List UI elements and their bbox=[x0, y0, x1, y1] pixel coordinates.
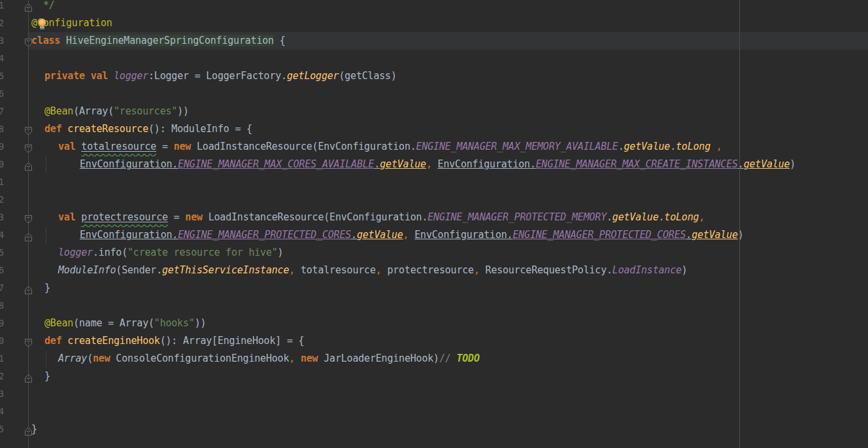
line-number[interactable]: 15 bbox=[0, 244, 4, 262]
code-token: (name = Array( bbox=[73, 317, 154, 329]
code-token: = bbox=[156, 141, 174, 152]
line-number[interactable]: 19 bbox=[0, 315, 4, 332]
code-text: ModuleInfo(Sender.getThisServiceInstance… bbox=[58, 262, 688, 279]
code-token bbox=[710, 141, 716, 152]
code-line[interactable]: 25} bbox=[0, 421, 868, 438]
gutter-separator-line bbox=[28, 0, 29, 448]
code-token: EnvConfiguration bbox=[80, 158, 172, 170]
code-token bbox=[432, 158, 438, 170]
code-token: EnvConfiguration bbox=[414, 229, 507, 241]
code-line[interactable]: 18 bbox=[0, 297, 868, 315]
code-line[interactable]: 17} bbox=[0, 279, 868, 297]
code-token: getThisServiceInstance bbox=[162, 264, 289, 276]
code-token: getValue bbox=[692, 229, 738, 241]
line-number[interactable]: 16 bbox=[0, 262, 4, 279]
line-number[interactable]: 11 bbox=[0, 173, 4, 191]
code-token: .info( bbox=[93, 247, 127, 258]
code-line[interactable]: 11 bbox=[0, 173, 868, 191]
line-number[interactable]: 10 bbox=[0, 156, 4, 173]
line-number[interactable]: 17 bbox=[0, 279, 4, 297]
code-line[interactable]: 13val protectresource = new LoadInstance… bbox=[0, 209, 868, 226]
line-number[interactable]: 25 bbox=[0, 421, 4, 438]
code-token-underlined: protectresource bbox=[81, 211, 167, 223]
code-line[interactable]: 20def createEngineHook(): Array[EngineHo… bbox=[0, 332, 868, 350]
line-number[interactable]: 24 bbox=[0, 403, 4, 421]
code-token: totalresource bbox=[81, 141, 156, 152]
code-token: , bbox=[426, 158, 432, 170]
code-line[interactable]: 16ModuleInfo(Sender.getThisServiceInstan… bbox=[0, 262, 868, 279]
code-line[interactable]: 21Array(new ConsoleConfigurationEngineHo… bbox=[0, 350, 868, 368]
line-number[interactable]: 23 bbox=[0, 385, 4, 403]
code-token: @Bean bbox=[44, 105, 73, 117]
code-token: "create resource for hive" bbox=[127, 247, 278, 258]
line-number[interactable]: 21 bbox=[0, 350, 4, 368]
line-number[interactable]: 3 bbox=[0, 32, 4, 50]
code-line[interactable]: 4 bbox=[0, 50, 868, 67]
code-token: . bbox=[374, 158, 380, 170]
code-line[interactable]: 2@Configuration bbox=[0, 14, 868, 32]
line-number[interactable]: 8 bbox=[0, 120, 4, 138]
code-token: Array bbox=[58, 353, 87, 364]
line-number[interactable]: 1 bbox=[0, 0, 4, 14]
code-token: protectresource bbox=[81, 211, 167, 223]
right-margin-guide bbox=[739, 0, 740, 448]
code-line[interactable]: 9val totalresource = new LoadInstanceRes… bbox=[0, 138, 868, 156]
code-token: createResource bbox=[67, 123, 148, 135]
code-token: , bbox=[376, 264, 382, 276]
code-token: . bbox=[658, 211, 664, 223]
code-token: toLong bbox=[676, 141, 710, 152]
code-line[interactable]: 14EnvConfiguration.ENGINE_MANAGER_PROTEC… bbox=[0, 226, 868, 244]
code-text: def createEngineHook(): Array[EngineHook… bbox=[44, 332, 304, 350]
code-token bbox=[60, 35, 66, 46]
code-line[interactable]: 7@Bean(Array("resources")) bbox=[0, 103, 868, 120]
code-token bbox=[108, 70, 114, 82]
code-line[interactable]: 5private val logger:Logger = LoggerFacto… bbox=[0, 67, 868, 85]
code-token: val bbox=[58, 211, 76, 223]
code-token: "hooks" bbox=[154, 317, 195, 329]
code-token: ) bbox=[682, 264, 688, 276]
code-line[interactable]: 6 bbox=[0, 85, 868, 103]
line-number[interactable]: 9 bbox=[0, 138, 4, 156]
line-number[interactable]: 14 bbox=[0, 226, 4, 244]
code-token bbox=[409, 229, 414, 241]
code-token: . bbox=[351, 229, 357, 241]
code-editor[interactable]: 1*/2@Configuration3class HiveEngineManag… bbox=[0, 0, 868, 448]
line-number[interactable]: 5 bbox=[0, 67, 4, 85]
code-text: */ bbox=[43, 0, 55, 14]
line-number[interactable]: 20 bbox=[0, 332, 4, 350]
code-token: EnvConfiguration bbox=[80, 229, 172, 241]
intention-lightbulb-icon[interactable] bbox=[37, 18, 47, 33]
line-number[interactable]: 6 bbox=[0, 85, 4, 103]
code-token: . bbox=[530, 158, 536, 170]
code-line[interactable]: 15logger.info("create resource for hive"… bbox=[0, 244, 868, 262]
code-line[interactable]: 12 bbox=[0, 191, 868, 209]
code-text: val totalresource = new LoadInstanceReso… bbox=[58, 138, 722, 156]
code-line[interactable]: 3class HiveEngineManagerSpringConfigurat… bbox=[0, 32, 868, 50]
code-text: val protectresource = new LoadInstanceRe… bbox=[58, 209, 705, 226]
line-number[interactable]: 22 bbox=[0, 368, 4, 385]
code-line[interactable]: 10EnvConfiguration.ENGINE_MANAGER_MAX_CO… bbox=[0, 156, 868, 173]
line-number[interactable]: 12 bbox=[0, 191, 4, 209]
line-number[interactable]: 2 bbox=[0, 14, 4, 32]
code-text: EnvConfiguration.ENGINE_MANAGER_MAX_CORE… bbox=[80, 156, 795, 173]
code-line[interactable]: 24 bbox=[0, 403, 868, 421]
code-token: )) bbox=[177, 105, 189, 117]
code-token: totalresource bbox=[295, 264, 376, 276]
line-number[interactable]: 18 bbox=[0, 297, 4, 315]
code-text: @Bean(name = Array("hooks")) bbox=[44, 315, 206, 332]
code-line[interactable]: 19@Bean(name = Array("hooks")) bbox=[0, 315, 868, 332]
line-number[interactable]: 13 bbox=[0, 209, 4, 226]
line-number[interactable]: 4 bbox=[0, 50, 4, 67]
code-line[interactable]: 8def createResource(): ModuleInfo = { bbox=[0, 120, 868, 138]
code-line[interactable]: 1*/ bbox=[0, 0, 868, 14]
line-number[interactable]: 7 bbox=[0, 103, 4, 120]
code-line[interactable]: 23 bbox=[0, 385, 868, 403]
code-token: new bbox=[174, 141, 192, 152]
code-token: getValue bbox=[380, 158, 426, 170]
lightbulb-base bbox=[40, 26, 44, 29]
code-token: )) bbox=[195, 317, 207, 329]
code-token: ResourceRequestPolicy. bbox=[480, 264, 612, 276]
code-line[interactable]: 22} bbox=[0, 368, 868, 385]
code-token: } bbox=[44, 282, 50, 294]
code-token: protectresource bbox=[382, 264, 474, 276]
